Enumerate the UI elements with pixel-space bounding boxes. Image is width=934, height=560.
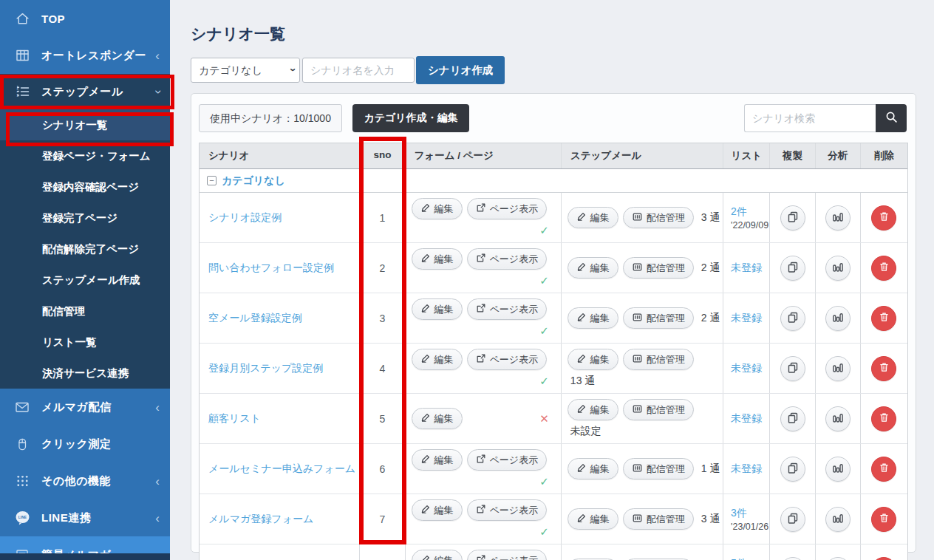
scenario-link[interactable]: 問い合わせフォロー設定例 bbox=[208, 262, 334, 275]
scenario-link[interactable]: シナリオ設定例 bbox=[208, 211, 282, 225]
delivery-management-button[interactable]: 配信管理 bbox=[623, 458, 694, 479]
sidebar-subitem-payment-service-link[interactable]: 決済サービス連携 bbox=[0, 358, 170, 389]
collapse-minus-icon[interactable]: − bbox=[207, 176, 217, 185]
external-link-icon bbox=[476, 454, 486, 466]
delete-button[interactable] bbox=[871, 205, 896, 231]
delete-button[interactable] bbox=[871, 306, 896, 331]
sidebar-subitem-registration-complete-page[interactable]: 登録完了ページ bbox=[0, 202, 170, 233]
delivery-management-button[interactable]: 配信管理 bbox=[623, 307, 694, 329]
delete-button[interactable] bbox=[871, 356, 896, 381]
list-link[interactable]: 3件 bbox=[731, 507, 747, 520]
duplicate-button[interactable] bbox=[780, 457, 805, 482]
sidebar-subitem-unsubscribe-complete-page[interactable]: 配信解除完了ページ bbox=[0, 233, 170, 264]
list-link[interactable]: 2件 bbox=[731, 205, 747, 219]
list-link[interactable]: 未登録 bbox=[731, 462, 762, 476]
scenario-link[interactable]: メルマガ登録フォーム bbox=[208, 513, 313, 526]
scenario-name-input[interactable] bbox=[302, 58, 415, 83]
analyze-button[interactable] bbox=[825, 457, 851, 482]
analyze-button[interactable] bbox=[825, 406, 851, 431]
page-view-button[interactable]: ページ表示 bbox=[467, 499, 548, 521]
scenario-link[interactable]: メールセミナー申込みフォーム bbox=[208, 462, 355, 476]
mail-edit-button[interactable]: 編集 bbox=[567, 207, 618, 228]
analyze-button[interactable] bbox=[825, 256, 851, 281]
table-body: シナリオ設定例1編集ページ表示✓編集配信管理3 通2件'22/09/09問い合わ… bbox=[200, 193, 907, 560]
search-button[interactable] bbox=[876, 104, 907, 132]
external-link-icon bbox=[476, 353, 486, 366]
form-edit-button[interactable]: 編集 bbox=[412, 408, 463, 429]
copy-icon bbox=[787, 512, 799, 526]
sidebar-item-line-integration[interactable]: LINELINE連携‹ bbox=[0, 499, 170, 536]
delivery-management-button[interactable]: 配信管理 bbox=[623, 207, 694, 228]
page-view-button[interactable]: ページ表示 bbox=[467, 349, 548, 370]
sidebar-item-step-mail[interactable]: 123ステップメール‹ bbox=[0, 74, 170, 109]
delivery-management-button[interactable]: 配信管理 bbox=[623, 508, 694, 530]
mail-edit-button[interactable]: 編集 bbox=[567, 349, 618, 370]
delivery-management-button[interactable]: 配信管理 bbox=[623, 399, 694, 420]
list-link[interactable]: 未登録 bbox=[731, 362, 762, 375]
sidebar-subitem-registration-confirm-page[interactable]: 登録内容確認ページ bbox=[0, 171, 170, 202]
list-link[interactable]: 未登録 bbox=[731, 412, 762, 426]
table-row: 顧客リスト5編集✕編集配信管理未設定未登録 bbox=[200, 394, 907, 444]
duplicate-button[interactable] bbox=[780, 306, 805, 331]
sidebar-item-autoresponder[interactable]: オートレスポンダー‹ bbox=[0, 37, 170, 74]
page-view-button[interactable]: ページ表示 bbox=[467, 298, 548, 320]
list-link[interactable]: 未登録 bbox=[731, 312, 762, 325]
sidebar-subitem-list-list[interactable]: リスト一覧 bbox=[0, 327, 170, 358]
duplicate-button[interactable] bbox=[780, 205, 805, 231]
duplicate-button[interactable] bbox=[780, 507, 805, 532]
form-edit-button[interactable]: 編集 bbox=[412, 449, 463, 471]
duplicate-button[interactable] bbox=[780, 557, 805, 560]
delete-button[interactable] bbox=[871, 507, 896, 532]
list-link[interactable]: 5件 bbox=[731, 557, 747, 560]
duplicate-button[interactable] bbox=[780, 356, 805, 381]
analyze-button[interactable] bbox=[825, 507, 851, 532]
delete-button[interactable] bbox=[871, 457, 896, 482]
page-view-button[interactable]: ページ表示 bbox=[467, 198, 548, 219]
page-view-button[interactable]: ページ表示 bbox=[467, 449, 548, 471]
form-edit-button[interactable]: 編集 bbox=[412, 349, 463, 370]
create-scenario-button[interactable]: シナリオ作成 bbox=[416, 56, 505, 84]
sidebar-item-other-functions[interactable]: その他の機能‹ bbox=[0, 462, 170, 499]
form-edit-button[interactable]: 編集 bbox=[412, 248, 463, 270]
sidebar-subitem-registration-page-form[interactable]: 登録ページ・フォーム bbox=[0, 140, 170, 171]
scenario-link[interactable]: 空メール登録設定例 bbox=[208, 312, 302, 325]
delivery-management-button[interactable]: 配信管理 bbox=[623, 257, 694, 279]
table-row: メルマガ登録フォーム7編集ページ表示✓編集配信管理3 通3件'23/01/26 bbox=[200, 494, 907, 544]
duplicate-button[interactable] bbox=[780, 256, 805, 281]
sidebar-item-top[interactable]: TOP bbox=[0, 0, 170, 37]
category-select[interactable]: カテゴリなし bbox=[191, 58, 300, 83]
delete-button[interactable] bbox=[871, 256, 896, 281]
sidebar-subitem-delivery-management[interactable]: 配信管理 bbox=[0, 296, 170, 327]
duplicate-button[interactable] bbox=[780, 406, 805, 431]
page-view-button[interactable]: ページ表示 bbox=[467, 248, 548, 270]
delete-button[interactable] bbox=[871, 406, 896, 431]
delivery-management-button[interactable]: 配信管理 bbox=[623, 349, 694, 370]
form-edit-button[interactable]: 編集 bbox=[412, 198, 463, 219]
delete-button[interactable] bbox=[871, 557, 896, 560]
sidebar-subitem-scenario-list[interactable]: シナリオ一覧 bbox=[0, 109, 170, 140]
mail-edit-button[interactable]: 編集 bbox=[567, 257, 618, 279]
sidebar-subitem-step-mail-create[interactable]: ステップメール作成 bbox=[0, 264, 170, 296]
form-edit-button[interactable]: 編集 bbox=[412, 499, 463, 521]
list-link[interactable]: 未登録 bbox=[731, 262, 762, 275]
scenario-search-input[interactable] bbox=[744, 104, 876, 132]
mail-edit-button[interactable]: 編集 bbox=[567, 508, 618, 530]
chevron-down-icon: ‹ bbox=[151, 89, 164, 94]
sidebar-item-click-measurement[interactable]: クリック測定 bbox=[0, 426, 170, 462]
scenario-link[interactable]: 登録月別ステップ設定例 bbox=[208, 362, 323, 375]
mail-edit-button[interactable]: 編集 bbox=[567, 307, 618, 329]
analyze-button[interactable] bbox=[825, 356, 851, 381]
sidebar-item-mail-magazine[interactable]: メルマガ配信‹ bbox=[0, 389, 170, 426]
mail-edit-button[interactable]: 編集 bbox=[567, 399, 618, 420]
analyze-button[interactable] bbox=[825, 557, 851, 560]
form-edit-button[interactable]: 編集 bbox=[412, 298, 463, 320]
trash-icon bbox=[879, 311, 890, 325]
analyze-button[interactable] bbox=[825, 205, 851, 231]
analyze-button[interactable] bbox=[825, 306, 851, 331]
category-edit-button[interactable]: カテゴリ作成・編集 bbox=[352, 104, 468, 132]
mail-edit-button[interactable]: 編集 bbox=[567, 458, 618, 479]
form-edit-button[interactable]: 編集 bbox=[412, 550, 463, 560]
usage-counter: 使用中シナリオ：10/1000 bbox=[199, 104, 342, 132]
page-view-button[interactable]: ページ表示 bbox=[467, 550, 548, 560]
scenario-link[interactable]: 顧客リスト bbox=[208, 412, 261, 426]
